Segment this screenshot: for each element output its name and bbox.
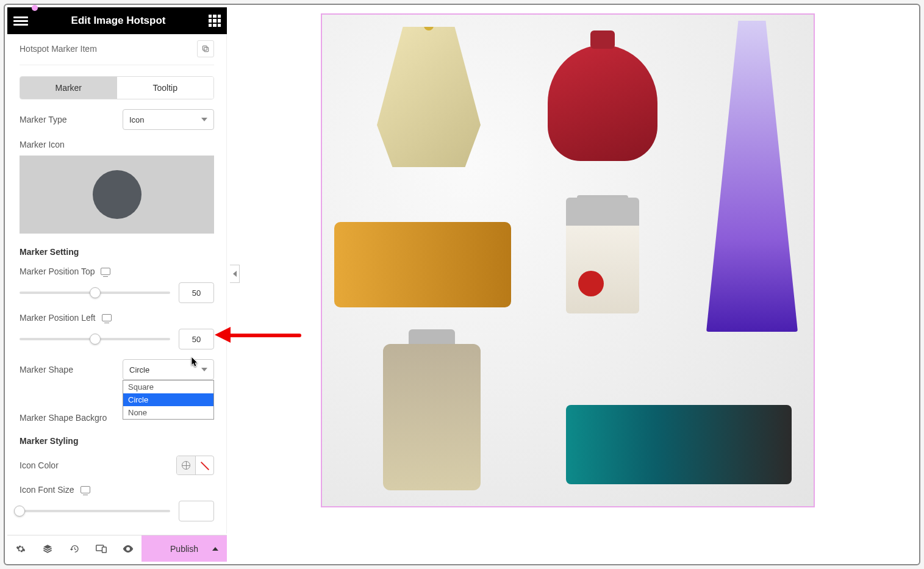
svg-rect-0	[204, 48, 209, 52]
position-left-slider-row	[20, 329, 214, 349]
hamburger-icon[interactable]	[13, 13, 28, 28]
option-square[interactable]: Square	[123, 381, 213, 393]
history-button[interactable]	[61, 535, 88, 562]
option-circle[interactable]: Circle	[123, 393, 213, 406]
icon-font-size-label-text: Icon Font Size	[20, 485, 74, 495]
copy-icon	[201, 45, 210, 53]
bottom-toolbar: Publish	[7, 535, 227, 562]
chevron-down-icon	[201, 368, 207, 371]
marker-type-value: Icon	[129, 115, 145, 124]
settings-button[interactable]	[7, 535, 34, 562]
marker-type-select[interactable]: Icon	[123, 109, 214, 130]
icon-font-size-slider[interactable]	[20, 510, 170, 512]
marker-styling-heading: Marker Styling	[20, 436, 214, 446]
panel-collapse-button[interactable]	[230, 265, 240, 283]
position-top-label: Marker Position Top	[20, 267, 214, 276]
perfume-bottle	[383, 344, 481, 490]
marker-shape-bg-label: Marker Shape Backgro	[20, 413, 107, 423]
icon-color-row: Icon Color	[20, 456, 214, 475]
marker-shape-label: Marker Shape	[20, 365, 73, 374]
history-icon	[70, 544, 79, 554]
panel-title: Edit Image Hotspot	[71, 15, 166, 27]
marker-tooltip-tabs: Marker Tooltip	[20, 76, 214, 99]
slider-thumb[interactable]	[90, 334, 101, 345]
position-left-label-text: Marker Position Left	[20, 313, 96, 323]
app-frame: Edit Image Hotspot Hotspot Marker Item M…	[4, 4, 920, 565]
hotspot-image-frame[interactable]	[321, 13, 815, 507]
eye-icon	[123, 545, 134, 553]
icon-font-size-input[interactable]	[179, 501, 214, 521]
position-top-label-text: Marker Position Top	[20, 267, 95, 276]
position-top-slider-row	[20, 282, 214, 303]
position-left-label: Marker Position Left	[20, 313, 214, 323]
notification-dot-icon	[32, 5, 38, 11]
hotspot-marker[interactable]	[578, 271, 604, 296]
circle-icon	[93, 170, 141, 219]
marker-shape-dropdown: Square Circle None	[123, 380, 214, 420]
settings-panel: Hotspot Marker Item Marker Tooltip Marke…	[7, 34, 227, 534]
layers-icon	[43, 544, 52, 554]
marker-setting-heading: Marker Setting	[20, 247, 214, 257]
hotspot-item-label: Hotspot Marker Item	[20, 44, 97, 54]
global-color-button[interactable]	[177, 456, 195, 474]
tab-tooltip[interactable]: Tooltip	[117, 77, 214, 99]
navigator-button[interactable]	[34, 535, 61, 562]
desktop-icon[interactable]	[102, 314, 112, 321]
gear-icon	[16, 544, 26, 554]
responsive-button[interactable]	[88, 535, 115, 562]
marker-icon-label: Marker Icon	[20, 140, 214, 149]
color-picker-button[interactable]	[195, 456, 213, 474]
slider-thumb[interactable]	[14, 506, 25, 517]
option-none[interactable]: None	[123, 406, 213, 419]
icon-font-size-label: Icon Font Size	[20, 485, 214, 495]
marker-type-row: Marker Type Icon	[20, 109, 214, 130]
perfume-bottle	[566, 405, 792, 484]
position-left-slider[interactable]	[20, 338, 170, 340]
hotspot-image	[322, 15, 814, 506]
perfume-bottle	[334, 222, 511, 307]
devices-icon	[96, 545, 107, 553]
desktop-icon[interactable]	[101, 268, 110, 275]
icon-color-label: Icon Color	[20, 460, 59, 470]
icon-font-size-slider-row	[20, 501, 214, 521]
apps-grid-icon[interactable]	[209, 15, 221, 27]
publish-label: Publish	[170, 544, 198, 554]
svg-rect-3	[102, 547, 107, 553]
marker-type-label: Marker Type	[20, 115, 67, 124]
panel-header: Edit Image Hotspot	[7, 7, 227, 34]
marker-shape-row: Marker Shape Circle Square Circle None	[20, 359, 214, 380]
chevron-down-icon	[201, 118, 207, 121]
preview-button[interactable]	[115, 535, 141, 562]
slider-thumb[interactable]	[90, 287, 101, 298]
no-color-icon	[198, 459, 212, 472]
canvas-area	[231, 9, 915, 560]
duplicate-button[interactable]	[197, 40, 214, 57]
position-left-input[interactable]	[179, 329, 214, 349]
marker-icon-preview[interactable]	[20, 156, 214, 234]
publish-button[interactable]: Publish	[141, 535, 227, 562]
icon-color-control	[176, 456, 214, 475]
globe-icon	[182, 461, 190, 470]
hotspot-item-header[interactable]: Hotspot Marker Item	[20, 34, 214, 65]
position-top-slider[interactable]	[20, 292, 170, 294]
perfume-bottle	[706, 21, 798, 332]
perfume-bottle	[377, 27, 481, 167]
position-top-input[interactable]	[179, 282, 214, 303]
perfume-bottle	[566, 198, 639, 313]
chevron-up-icon	[212, 547, 218, 551]
desktop-icon[interactable]	[81, 486, 90, 493]
marker-shape-value: Circle	[129, 365, 149, 374]
svg-rect-1	[202, 46, 207, 50]
tab-marker[interactable]: Marker	[20, 77, 117, 99]
perfume-bottle	[548, 45, 657, 161]
marker-shape-select[interactable]: Circle	[123, 359, 214, 380]
